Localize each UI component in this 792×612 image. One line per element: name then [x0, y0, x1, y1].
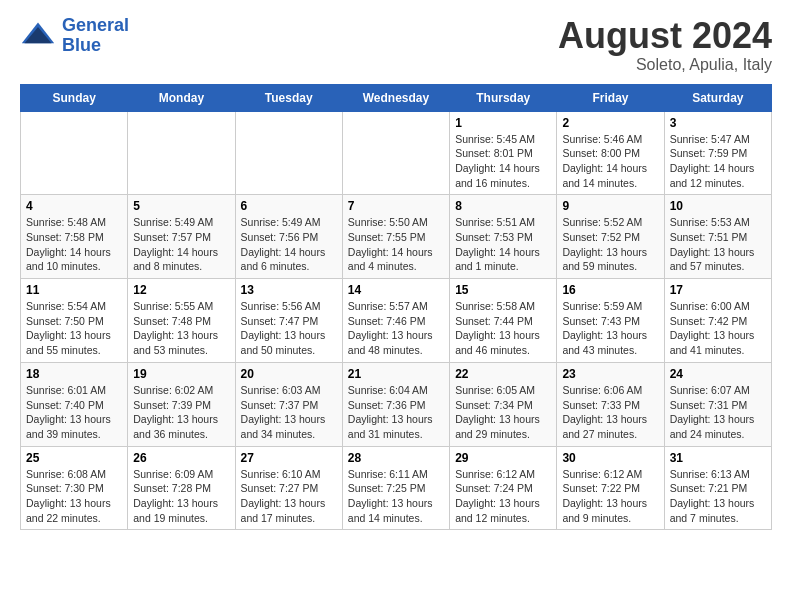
calendar-cell: 3Sunrise: 5:47 AM Sunset: 7:59 PM Daylig…	[664, 111, 771, 195]
week-row-2: 4Sunrise: 5:48 AM Sunset: 7:58 PM Daylig…	[21, 195, 772, 279]
day-info: Sunrise: 6:06 AM Sunset: 7:33 PM Dayligh…	[562, 383, 658, 442]
logo: General Blue	[20, 16, 129, 56]
day-number: 31	[670, 451, 766, 465]
day-number: 7	[348, 199, 444, 213]
calendar-cell	[128, 111, 235, 195]
day-info: Sunrise: 5:47 AM Sunset: 7:59 PM Dayligh…	[670, 132, 766, 191]
day-number: 6	[241, 199, 337, 213]
calendar-cell	[21, 111, 128, 195]
day-info: Sunrise: 6:12 AM Sunset: 7:24 PM Dayligh…	[455, 467, 551, 526]
calendar-cell	[235, 111, 342, 195]
day-info: Sunrise: 6:12 AM Sunset: 7:22 PM Dayligh…	[562, 467, 658, 526]
day-number: 10	[670, 199, 766, 213]
calendar-cell: 22Sunrise: 6:05 AM Sunset: 7:34 PM Dayli…	[450, 362, 557, 446]
calendar-cell: 27Sunrise: 6:10 AM Sunset: 7:27 PM Dayli…	[235, 446, 342, 530]
logo-icon	[20, 18, 56, 54]
calendar-cell: 19Sunrise: 6:02 AM Sunset: 7:39 PM Dayli…	[128, 362, 235, 446]
day-info: Sunrise: 6:01 AM Sunset: 7:40 PM Dayligh…	[26, 383, 122, 442]
weekday-header-friday: Friday	[557, 84, 664, 111]
week-row-3: 11Sunrise: 5:54 AM Sunset: 7:50 PM Dayli…	[21, 279, 772, 363]
calendar-cell: 30Sunrise: 6:12 AM Sunset: 7:22 PM Dayli…	[557, 446, 664, 530]
day-info: Sunrise: 6:00 AM Sunset: 7:42 PM Dayligh…	[670, 299, 766, 358]
day-number: 30	[562, 451, 658, 465]
day-number: 11	[26, 283, 122, 297]
day-number: 1	[455, 116, 551, 130]
day-number: 25	[26, 451, 122, 465]
header: General Blue August 2024 Soleto, Apulia,…	[20, 16, 772, 74]
calendar-cell: 14Sunrise: 5:57 AM Sunset: 7:46 PM Dayli…	[342, 279, 449, 363]
day-info: Sunrise: 5:57 AM Sunset: 7:46 PM Dayligh…	[348, 299, 444, 358]
weekday-header-wednesday: Wednesday	[342, 84, 449, 111]
calendar-cell: 18Sunrise: 6:01 AM Sunset: 7:40 PM Dayli…	[21, 362, 128, 446]
day-number: 17	[670, 283, 766, 297]
calendar-cell: 23Sunrise: 6:06 AM Sunset: 7:33 PM Dayli…	[557, 362, 664, 446]
day-info: Sunrise: 5:59 AM Sunset: 7:43 PM Dayligh…	[562, 299, 658, 358]
calendar-body: 1Sunrise: 5:45 AM Sunset: 8:01 PM Daylig…	[21, 111, 772, 530]
calendar-cell: 13Sunrise: 5:56 AM Sunset: 7:47 PM Dayli…	[235, 279, 342, 363]
day-number: 5	[133, 199, 229, 213]
day-number: 14	[348, 283, 444, 297]
weekday-header-monday: Monday	[128, 84, 235, 111]
day-number: 4	[26, 199, 122, 213]
day-info: Sunrise: 5:52 AM Sunset: 7:52 PM Dayligh…	[562, 215, 658, 274]
day-number: 27	[241, 451, 337, 465]
day-number: 8	[455, 199, 551, 213]
day-number: 20	[241, 367, 337, 381]
day-info: Sunrise: 5:49 AM Sunset: 7:57 PM Dayligh…	[133, 215, 229, 274]
calendar-cell: 7Sunrise: 5:50 AM Sunset: 7:55 PM Daylig…	[342, 195, 449, 279]
calendar-cell: 28Sunrise: 6:11 AM Sunset: 7:25 PM Dayli…	[342, 446, 449, 530]
weekday-header-saturday: Saturday	[664, 84, 771, 111]
weekday-header-thursday: Thursday	[450, 84, 557, 111]
day-info: Sunrise: 5:48 AM Sunset: 7:58 PM Dayligh…	[26, 215, 122, 274]
calendar-cell: 9Sunrise: 5:52 AM Sunset: 7:52 PM Daylig…	[557, 195, 664, 279]
day-number: 12	[133, 283, 229, 297]
calendar-cell: 29Sunrise: 6:12 AM Sunset: 7:24 PM Dayli…	[450, 446, 557, 530]
day-info: Sunrise: 6:08 AM Sunset: 7:30 PM Dayligh…	[26, 467, 122, 526]
week-row-1: 1Sunrise: 5:45 AM Sunset: 8:01 PM Daylig…	[21, 111, 772, 195]
day-info: Sunrise: 5:55 AM Sunset: 7:48 PM Dayligh…	[133, 299, 229, 358]
day-info: Sunrise: 5:56 AM Sunset: 7:47 PM Dayligh…	[241, 299, 337, 358]
weekday-header-tuesday: Tuesday	[235, 84, 342, 111]
weekday-header-sunday: Sunday	[21, 84, 128, 111]
day-info: Sunrise: 6:02 AM Sunset: 7:39 PM Dayligh…	[133, 383, 229, 442]
calendar-cell: 2Sunrise: 5:46 AM Sunset: 8:00 PM Daylig…	[557, 111, 664, 195]
day-info: Sunrise: 6:04 AM Sunset: 7:36 PM Dayligh…	[348, 383, 444, 442]
calendar-cell: 10Sunrise: 5:53 AM Sunset: 7:51 PM Dayli…	[664, 195, 771, 279]
weekday-row: SundayMondayTuesdayWednesdayThursdayFrid…	[21, 84, 772, 111]
calendar-cell: 24Sunrise: 6:07 AM Sunset: 7:31 PM Dayli…	[664, 362, 771, 446]
calendar-table: SundayMondayTuesdayWednesdayThursdayFrid…	[20, 84, 772, 531]
week-row-4: 18Sunrise: 6:01 AM Sunset: 7:40 PM Dayli…	[21, 362, 772, 446]
day-number: 21	[348, 367, 444, 381]
calendar-cell: 31Sunrise: 6:13 AM Sunset: 7:21 PM Dayli…	[664, 446, 771, 530]
calendar-cell: 8Sunrise: 5:51 AM Sunset: 7:53 PM Daylig…	[450, 195, 557, 279]
title-block: August 2024 Soleto, Apulia, Italy	[558, 16, 772, 74]
calendar-cell: 12Sunrise: 5:55 AM Sunset: 7:48 PM Dayli…	[128, 279, 235, 363]
day-info: Sunrise: 5:46 AM Sunset: 8:00 PM Dayligh…	[562, 132, 658, 191]
calendar-cell: 17Sunrise: 6:00 AM Sunset: 7:42 PM Dayli…	[664, 279, 771, 363]
day-info: Sunrise: 6:09 AM Sunset: 7:28 PM Dayligh…	[133, 467, 229, 526]
calendar-cell: 1Sunrise: 5:45 AM Sunset: 8:01 PM Daylig…	[450, 111, 557, 195]
day-info: Sunrise: 5:54 AM Sunset: 7:50 PM Dayligh…	[26, 299, 122, 358]
day-number: 3	[670, 116, 766, 130]
day-number: 15	[455, 283, 551, 297]
calendar-cell: 26Sunrise: 6:09 AM Sunset: 7:28 PM Dayli…	[128, 446, 235, 530]
location-subtitle: Soleto, Apulia, Italy	[558, 56, 772, 74]
day-info: Sunrise: 6:05 AM Sunset: 7:34 PM Dayligh…	[455, 383, 551, 442]
calendar-cell: 4Sunrise: 5:48 AM Sunset: 7:58 PM Daylig…	[21, 195, 128, 279]
calendar-cell	[342, 111, 449, 195]
day-info: Sunrise: 5:58 AM Sunset: 7:44 PM Dayligh…	[455, 299, 551, 358]
calendar-cell: 11Sunrise: 5:54 AM Sunset: 7:50 PM Dayli…	[21, 279, 128, 363]
calendar-cell: 20Sunrise: 6:03 AM Sunset: 7:37 PM Dayli…	[235, 362, 342, 446]
day-number: 19	[133, 367, 229, 381]
logo-text: General Blue	[62, 16, 129, 56]
logo-blue: Blue	[62, 35, 101, 55]
day-info: Sunrise: 6:03 AM Sunset: 7:37 PM Dayligh…	[241, 383, 337, 442]
day-number: 13	[241, 283, 337, 297]
calendar-cell: 25Sunrise: 6:08 AM Sunset: 7:30 PM Dayli…	[21, 446, 128, 530]
day-number: 26	[133, 451, 229, 465]
day-info: Sunrise: 6:11 AM Sunset: 7:25 PM Dayligh…	[348, 467, 444, 526]
day-number: 18	[26, 367, 122, 381]
day-info: Sunrise: 5:50 AM Sunset: 7:55 PM Dayligh…	[348, 215, 444, 274]
week-row-5: 25Sunrise: 6:08 AM Sunset: 7:30 PM Dayli…	[21, 446, 772, 530]
day-number: 29	[455, 451, 551, 465]
